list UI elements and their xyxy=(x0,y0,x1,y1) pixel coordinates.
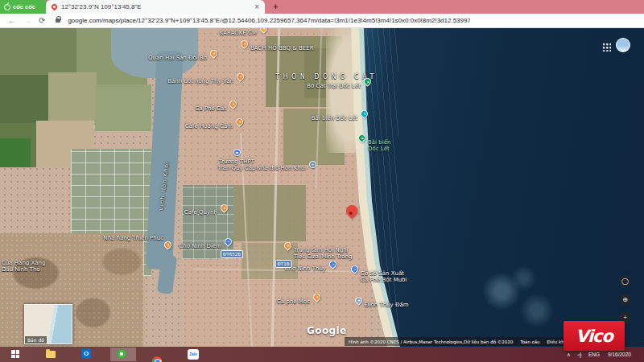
road-shield: ĐT652B xyxy=(221,250,243,258)
map-poi-label: Bãi biển Dốc Lết xyxy=(312,115,357,121)
address-bar: ← → ⟳ google.com/maps/place/12°32'23.9"N… xyxy=(0,14,644,28)
food-pin-icon[interactable] xyxy=(163,240,173,250)
food-pin-icon[interactable] xyxy=(235,72,246,82)
map-poi-label: Trung tâm Hội Nghị Tiệc Cưới Minh Trong xyxy=(294,247,352,260)
cafe-pin-icon[interactable] xyxy=(312,292,322,302)
chrome-icon[interactable] xyxy=(152,356,162,362)
url-text[interactable]: google.com/maps/place/12°32'23.9"N+109°1… xyxy=(68,17,470,24)
coccoc-brand-label: cốc cốc xyxy=(13,3,35,10)
cafe-pin-icon[interactable] xyxy=(219,203,229,213)
map-poi-label: Bãi biển Dốc Lết xyxy=(368,139,390,152)
new-tab-button[interactable]: + xyxy=(270,2,281,12)
pegman-icon[interactable]: ◯ xyxy=(620,276,630,286)
marker-pin-icon[interactable] xyxy=(344,203,360,219)
reload-icon[interactable]: ⟳ xyxy=(39,14,45,28)
forward-icon[interactable]: → xyxy=(23,14,31,28)
outlook-icon[interactable]: O xyxy=(81,349,91,359)
vico-overlay: Vico xyxy=(564,321,625,351)
food-pin-icon[interactable] xyxy=(283,241,293,251)
coccoc-menu-button[interactable]: cốc cốc xyxy=(0,0,46,14)
file-explorer-icon[interactable] xyxy=(46,351,56,358)
food-pin-icon[interactable] xyxy=(208,48,219,59)
minimap-label: Bản đồ xyxy=(25,336,47,343)
tab-close-icon[interactable]: × xyxy=(254,0,259,14)
yellow-pin-icon[interactable] xyxy=(258,28,269,34)
minimap-toggle[interactable]: Bản đồ xyxy=(24,304,72,344)
cafe-pin-icon[interactable] xyxy=(234,117,245,127)
shop-pin-icon[interactable]: ▪ xyxy=(328,259,338,269)
google-apps-grid-icon[interactable] xyxy=(602,43,611,51)
maps-pin-favicon xyxy=(51,3,59,11)
factory-pin-icon[interactable]: ▪ xyxy=(349,264,360,274)
map-poi-label: Nhà thờ Hòn Khói xyxy=(257,165,306,171)
map-poi-label: BẠCH HỔ BBQ & BEER xyxy=(250,45,314,51)
account-avatar[interactable] xyxy=(616,38,630,52)
temple-pin-icon[interactable] xyxy=(353,295,364,306)
https-lock-icon[interactable] xyxy=(56,19,60,23)
map-poi-label: Trường THPT Trần Quý Cáp xyxy=(217,158,255,171)
my-location-icon[interactable]: ⊕ xyxy=(620,294,630,305)
taskbar: O Zalo ∧ ◃) ENG 9/16/2020 xyxy=(0,347,644,362)
cafe-pin-icon[interactable] xyxy=(228,99,238,109)
road-shield: ĐT1B xyxy=(275,260,292,268)
map-poi-label: Cà Phê Cát xyxy=(195,105,226,112)
map-poi-label: KARAOKE CM xyxy=(220,30,257,36)
map-poi-label: Cà phê Mộc xyxy=(277,298,310,305)
map-poi-label: Nhà hàng Thiên Phúc xyxy=(103,235,163,241)
coccoc-taskbar-icon[interactable] xyxy=(117,349,126,359)
food-pin-icon[interactable] xyxy=(239,39,250,49)
google-logo: Google xyxy=(307,325,347,336)
map-poi-label: Bờ Cát Trại Dốc Lết xyxy=(307,83,361,89)
map-footer-link[interactable]: Toàn cầu xyxy=(520,339,539,344)
map-poi-label: Bánh ướt nóng Thy Vân xyxy=(167,78,233,84)
map-poi-label: Cafe Quỳnh xyxy=(184,209,217,216)
zalo-icon[interactable]: Zalo xyxy=(188,349,199,360)
school-pin-icon[interactable] xyxy=(233,149,241,156)
map-poi-label: Cửa Hàng Xăng Dầu Ninh Thọ xyxy=(2,260,45,273)
tab-title: 12°32'23.9"N 109°13'45.8"E xyxy=(61,3,250,10)
attribution-text: Hình ảnh ©2020 CNES / Airbus,Maxar Techn… xyxy=(349,339,513,344)
nature-pin-icon[interactable]: ▲ xyxy=(357,133,367,143)
back-icon[interactable]: ← xyxy=(8,14,16,28)
satellite-map[interactable]: THÔN ĐÔNG CÁT Vịnh Hòn Khói KARAOKE CMBẠ… xyxy=(0,28,644,347)
map-poi-label: Đình Thủy Đầm xyxy=(365,302,409,308)
map-poi-label: Cafe Hoàng Cầm xyxy=(185,123,233,130)
coccoc-logo-icon xyxy=(4,4,10,10)
church-pin-icon[interactable]: + xyxy=(309,161,316,168)
map-poi-label: Chợ Ninh Diêm xyxy=(179,243,221,249)
vico-logo: Vico xyxy=(576,327,613,346)
map-poi-label: Cơ Sở Sản Xuất Cà Phê Bột Mười xyxy=(361,270,407,283)
beach-pin-icon[interactable] xyxy=(359,109,369,119)
screen: cốc cốc 12°32'23.9"N 109°13'45.8"E × + ←… xyxy=(0,0,644,362)
map-poi-label: Quán Hải Sản Đôi Bờ xyxy=(148,55,207,61)
browser-tab-bar: cốc cốc 12°32'23.9"N 109°13'45.8"E × + xyxy=(0,0,644,14)
start-button[interactable] xyxy=(11,350,19,358)
shop-pin-icon[interactable]: ▪ xyxy=(223,237,233,247)
browser-tab[interactable]: 12°32'23.9"N 109°13'45.8"E × xyxy=(46,0,265,14)
